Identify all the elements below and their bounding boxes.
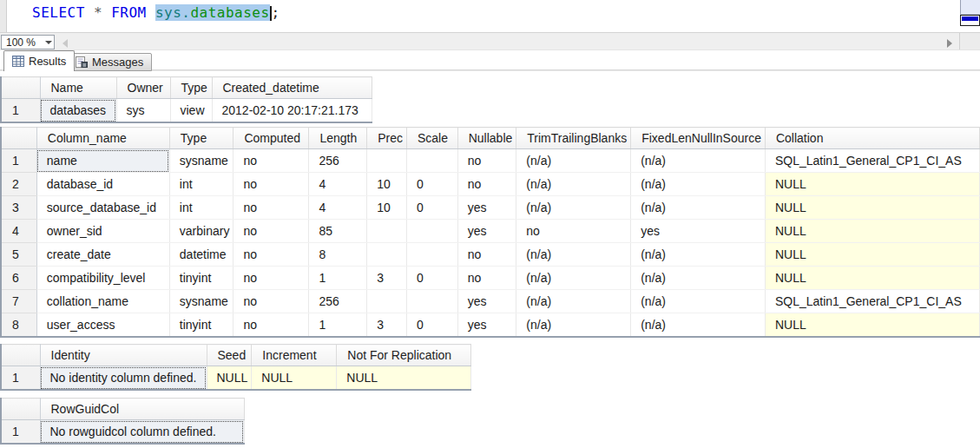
column-header[interactable]: Not For Replication [337,345,471,366]
cell[interactable]: No rowguidcol column defined. [40,420,244,444]
cell[interactable]: NULL [207,366,252,390]
cell[interactable]: NULL [765,196,979,220]
row-number[interactable]: 7 [1,290,36,313]
row-number[interactable]: 2 [1,173,36,196]
cell[interactable]: tinyint [169,267,233,290]
cell[interactable] [406,243,457,267]
editor-vertical-scrollbar[interactable] [960,0,980,15]
grid-corner-cell[interactable] [1,128,36,149]
cell[interactable] [406,149,457,173]
cell[interactable] [367,290,407,313]
sql-editor[interactable]: SELECT * FROM sys.databases; [0,0,980,32]
cell[interactable] [406,290,457,313]
cell[interactable]: 10 [367,173,407,196]
cell[interactable]: 85 [309,220,367,243]
cell[interactable]: (n/a) [631,243,766,267]
cell[interactable] [367,220,407,243]
zoom-dropdown[interactable]: 100 % [1,35,55,49]
row-number[interactable]: 1 [1,420,40,444]
cell[interactable]: NULL [765,173,979,196]
cell[interactable]: int [169,196,233,220]
scroll-left-icon[interactable] [62,39,68,48]
chevron-down-icon[interactable] [43,36,54,49]
column-header[interactable]: Seed [207,345,252,366]
cell[interactable] [406,220,457,243]
cell[interactable]: no [457,149,516,173]
cell[interactable]: (n/a) [516,149,631,173]
row-number[interactable]: 5 [1,243,36,267]
cell[interactable]: no [233,267,309,290]
column-header[interactable]: Collation [765,128,979,149]
cell[interactable]: 0 [406,173,457,196]
column-header[interactable]: Prec [367,128,407,149]
cell[interactable]: (n/a) [631,313,766,337]
cell[interactable]: create_date [36,243,169,267]
row-number[interactable]: 6 [1,267,36,290]
column-header[interactable]: Nullable [457,128,516,149]
cell[interactable]: (n/a) [516,196,631,220]
column-header[interactable]: Scale [406,128,457,149]
cell[interactable]: NULL [252,366,337,390]
cell[interactable]: varbinary [169,220,233,243]
cell[interactable]: (n/a) [516,173,631,196]
cell[interactable]: 1 [309,267,367,290]
cell[interactable]: NULL [765,267,979,290]
cell[interactable]: no [233,290,309,313]
cell[interactable]: databases [40,99,116,122]
cell[interactable]: sys [116,99,170,122]
cell[interactable]: no [233,173,309,196]
cell[interactable]: NULL [765,243,979,267]
column-header[interactable]: Identity [40,345,207,366]
cell[interactable]: user_access [36,313,169,337]
cell[interactable]: yes [631,220,766,243]
cell[interactable]: (n/a) [631,196,766,220]
cell[interactable]: sysname [169,290,233,313]
column-header[interactable]: Increment [252,345,337,366]
cell[interactable]: owner_sid [36,220,169,243]
cell[interactable]: 256 [309,290,367,313]
cell[interactable]: NULL [765,220,979,243]
cell[interactable]: 0 [406,313,457,337]
cell[interactable]: int [169,173,233,196]
cell[interactable]: (n/a) [631,173,766,196]
column-header[interactable]: FixedLenNullInSource [631,128,766,149]
cell[interactable]: 8 [309,243,367,267]
cell[interactable]: source_database_id [36,196,169,220]
cell[interactable]: no [516,220,631,243]
cell[interactable]: yes [457,313,516,337]
cell[interactable]: yes [457,220,516,243]
cell[interactable]: (n/a) [631,267,766,290]
cell[interactable] [367,149,407,173]
column-header[interactable]: Name [40,77,116,99]
cell[interactable]: SQL_Latin1_General_CP1_CI_AS [765,149,979,173]
tab-messages[interactable]: Messages [67,53,152,71]
column-header[interactable]: TrimTrailingBlanks [516,128,631,149]
grid-corner-cell[interactable] [1,399,40,420]
cell[interactable]: No identity column defined. [40,366,207,390]
cell[interactable]: (n/a) [516,243,631,267]
row-number[interactable]: 1 [1,99,40,122]
cell[interactable]: no [457,173,516,196]
row-number[interactable]: 1 [1,366,40,390]
row-number[interactable]: 4 [1,220,36,243]
cell[interactable]: (n/a) [516,267,631,290]
editor-horizontal-scrollbar-row[interactable]: 100 % [0,32,980,50]
column-header[interactable]: Type [169,128,233,149]
cell[interactable]: (n/a) [516,290,631,313]
column-header[interactable]: Owner [116,77,170,99]
cell[interactable]: 0 [406,196,457,220]
cell[interactable]: 4 [309,196,367,220]
cell[interactable]: database_id [36,173,169,196]
cell[interactable]: compatibility_level [36,267,169,290]
cell[interactable]: yes [457,196,516,220]
column-header[interactable]: Created_datetime [212,77,372,99]
cell[interactable]: 10 [367,196,407,220]
cell[interactable]: 256 [309,149,367,173]
scroll-right-icon[interactable] [947,39,952,48]
cell[interactable]: 4 [309,173,367,196]
row-number[interactable]: 8 [1,313,36,337]
cell[interactable]: datetime [169,243,233,267]
cell[interactable]: yes [457,290,516,313]
cell[interactable] [367,243,407,267]
row-number[interactable]: 1 [1,149,36,173]
